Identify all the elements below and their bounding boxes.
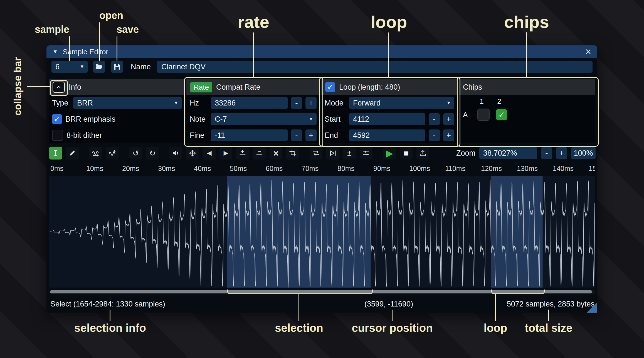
brr-emphasis-label: BRR emphasis xyxy=(65,115,115,124)
brr-emphasis-checkbox[interactable]: ✓ xyxy=(52,114,62,124)
delete-icon: × xyxy=(273,148,279,159)
triangle-right-icon: ► xyxy=(222,149,230,158)
sample-controls-row: 6 ▼ Name Clarinet DQV xyxy=(51,61,593,73)
ruler-tick-label: 90ms xyxy=(373,165,390,173)
ibeam-cursor-icon xyxy=(52,149,60,157)
fade-in-button[interactable]: ◄ xyxy=(203,147,216,160)
annotation-loop-box xyxy=(319,77,460,147)
info-panel-title: Info xyxy=(69,83,81,92)
crop-icon xyxy=(289,149,297,157)
reverse-button[interactable] xyxy=(310,147,322,160)
wave-resize-icon xyxy=(92,149,100,157)
ruler-tick-label: 20ms xyxy=(122,165,139,173)
type-dropdown[interactable]: BRR ▼ xyxy=(73,97,182,109)
ruler-tick-label: 140ms xyxy=(553,165,574,173)
annotation-loop-line xyxy=(388,32,389,77)
floppy-disk-icon xyxy=(113,63,121,71)
name-label: Name xyxy=(131,63,151,71)
zoom-value-input[interactable]: 38.7027% xyxy=(479,147,537,159)
annotation-sample-line xyxy=(69,36,70,61)
stop-icon: ■ xyxy=(404,148,409,158)
annotation-open-label: open xyxy=(99,10,123,21)
check-icon: ✓ xyxy=(54,115,60,124)
draw-tool-button[interactable] xyxy=(66,147,79,160)
resample-button[interactable] xyxy=(106,147,119,160)
close-icon[interactable]: × xyxy=(585,47,591,57)
annotation-chips-box xyxy=(457,77,599,147)
normalize-button[interactable] xyxy=(186,147,199,160)
annotation-open-line xyxy=(99,22,100,61)
ruler-tick-label: 150 xyxy=(589,165,595,173)
screenshot-root: ▼ Sample Editor × 6 ▼ Name Clarinet DQV xyxy=(0,0,644,358)
undo-button[interactable]: ↺ xyxy=(129,147,142,160)
line-minus-icon xyxy=(255,149,263,157)
type-label: Type xyxy=(52,99,70,107)
sliders-icon xyxy=(362,149,370,157)
redo-icon: ↻ xyxy=(149,149,156,158)
plus-minus-icon: ± xyxy=(347,149,351,158)
undo-icon: ↺ xyxy=(132,149,139,158)
waveform-view[interactable] xyxy=(49,176,595,288)
resize-button[interactable] xyxy=(89,147,102,160)
ruler-tick-label: 30ms xyxy=(158,165,175,173)
delete-button[interactable]: × xyxy=(270,147,282,160)
line-plus-icon xyxy=(239,149,246,157)
annotation-sample-label: sample xyxy=(35,24,69,35)
arrows-cross-icon xyxy=(189,149,196,157)
ruler-tick-label: 100ms xyxy=(409,165,430,173)
type-value: BRR xyxy=(73,99,171,107)
cursor-position-text: (3599, -11690) xyxy=(364,300,413,308)
preview-play-button[interactable]: ▶ xyxy=(383,147,396,160)
redo-button[interactable]: ↻ xyxy=(146,147,159,160)
ruler-tick-label: 40ms xyxy=(194,165,211,173)
ruler-tick-label: 10ms xyxy=(86,165,103,173)
ruler-tick-label: 50ms xyxy=(230,165,247,173)
ruler-tick-label: 0ms xyxy=(50,165,63,173)
info-panel: Info Type BRR ▼ ✓ BRR emphasis 8-bit dit… xyxy=(49,79,185,143)
dither-checkbox[interactable] xyxy=(52,130,63,141)
annotation-cursor-position-line xyxy=(392,310,393,321)
annotation-collapse-button-box xyxy=(50,80,68,96)
filter-button[interactable] xyxy=(360,147,372,160)
waveform-canvas[interactable] xyxy=(49,176,595,288)
annotation-loop-region-bracket xyxy=(491,290,545,294)
zoom-out-button[interactable]: - xyxy=(541,147,552,159)
select-tool-button[interactable] xyxy=(49,147,62,160)
zoom-reset-button[interactable]: 100% xyxy=(571,147,596,159)
annotation-rate-line xyxy=(253,32,254,77)
amplify-button[interactable] xyxy=(169,147,182,160)
annotation-selection-line xyxy=(298,293,299,321)
apply-silence-button[interactable] xyxy=(253,147,266,160)
sample-name-input[interactable]: Clarinet DQV xyxy=(157,61,593,73)
signed-unsigned-button[interactable]: ± xyxy=(343,147,356,160)
sample-selector[interactable]: 6 ▼ xyxy=(51,61,88,73)
upload-button[interactable] xyxy=(416,147,429,160)
pencil-icon xyxy=(68,149,76,157)
time-ruler: 0ms 10ms 20ms 30ms 40ms 50ms 60ms 70ms 8… xyxy=(49,163,595,174)
chevron-down-icon: ▼ xyxy=(171,100,182,106)
save-button[interactable] xyxy=(111,61,123,73)
zoom-in-button[interactable]: + xyxy=(556,147,567,159)
chevron-down-icon: ▼ xyxy=(77,64,88,70)
ruler-tick-label: 80ms xyxy=(337,165,354,173)
window-collapse-icon[interactable]: ▼ xyxy=(53,49,58,55)
ruler-tick-label: 110ms xyxy=(445,165,465,173)
fade-out-button[interactable]: ► xyxy=(219,147,232,160)
ruler-tick-label: 120ms xyxy=(481,165,502,173)
wave-arrow-icon xyxy=(108,149,116,157)
selection-info-text: Select (1654-2984: 1330 samples) xyxy=(50,300,165,308)
insert-silence-button[interactable] xyxy=(236,147,249,160)
preview-stop-button[interactable]: ■ xyxy=(400,147,413,160)
annotation-loop-region-line xyxy=(495,293,496,321)
annotation-save-line xyxy=(117,36,117,61)
invert-button[interactable] xyxy=(326,147,339,160)
titlebar[interactable]: ▼ Sample Editor × xyxy=(46,45,597,58)
open-button[interactable] xyxy=(93,61,105,73)
annotation-total-size-label: total size xyxy=(525,322,572,334)
sample-toolbar: ↺ ↻ ◄ ► × xyxy=(49,146,596,161)
annotation-collapse-bar-line xyxy=(27,86,50,87)
exchange-arrows-icon xyxy=(312,149,320,157)
annotation-loop-region-label: loop xyxy=(484,322,507,334)
trim-button[interactable] xyxy=(286,147,299,160)
annotation-selection-label: selection xyxy=(275,322,323,334)
